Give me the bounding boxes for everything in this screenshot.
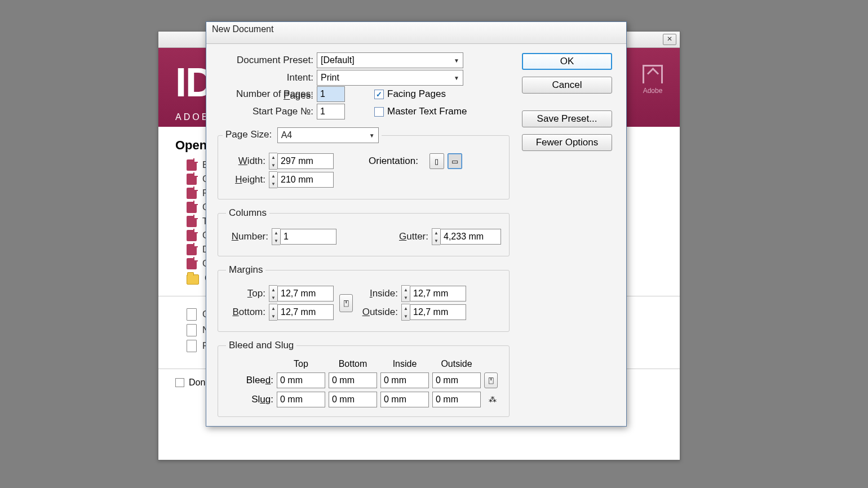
chevron-down-icon: ▼ [454,57,459,64]
width-input[interactable] [277,153,334,169]
preset-label: Document Preset: [218,55,313,66]
fewer-options-button[interactable]: Fewer Options [522,134,612,151]
orientation-portrait-button[interactable]: ▯ [429,153,444,169]
product-name: ADOB [175,112,210,122]
page-size-label: Page Size: [225,129,272,140]
facing-pages-label: Facing Pages [387,88,446,100]
dialog-title: New Document [206,22,626,44]
doc-icon [187,324,197,336]
adobe-logo: Adobe [643,65,663,95]
margin-bottom-input[interactable] [277,304,334,320]
slug-label: Slug: [226,394,273,405]
num-pages-label: Number of Pages: [218,88,313,100]
bleed-inside-input[interactable] [380,372,429,388]
ok-button[interactable]: OK [522,53,612,70]
margins-group: Margins Top: ▲▼ Bottom: ▲▼ ⍞ [218,264,510,332]
margins-legend: Margins [226,264,265,276]
col-number-spinner[interactable]: ▲▼ [272,228,336,245]
chevron-down-icon: ▼ [454,75,459,81]
hd-top: Top [277,359,325,369]
gutter-label: Gutter: [399,231,428,242]
col-number-input[interactable] [280,229,336,245]
margin-inside-spinner[interactable]: ▲▼ [401,285,466,302]
save-preset-button[interactable]: Save Preset... [522,110,612,127]
height-spinner[interactable]: ▲▼ [269,171,334,188]
chevron-down-icon: ▼ [369,132,375,139]
start-page-label: Start Page №: [218,106,313,117]
margin-top-label: Top: [226,288,265,299]
page-size-dropdown[interactable]: A4▼ [277,127,379,143]
indesign-file-icon [187,174,197,185]
gutter-input[interactable] [440,229,501,245]
new-document-dialog: New Document Document Preset: [Default]▼… [206,21,627,427]
indesign-file-icon [187,216,197,227]
indesign-file-icon [187,244,197,255]
cancel-button[interactable]: Cancel [522,77,612,94]
columns-legend: Columns [226,207,269,219]
indesign-file-icon [187,159,197,171]
margin-inside-input[interactable] [410,286,466,301]
facing-pages-checkbox[interactable]: ✓ [374,90,384,99]
indesign-file-icon [187,202,197,213]
bleed-outside-input[interactable] [432,372,481,388]
indesign-file-icon [187,188,197,199]
preset-dropdown[interactable]: [Default]▼ [317,52,463,68]
margin-top-spinner[interactable]: ▲▼ [269,285,334,302]
intent-dropdown[interactable]: Print▼ [317,70,463,86]
indesign-file-icon [187,230,197,241]
gutter-spinner[interactable]: ▲▼ [432,228,501,245]
num-pages-input[interactable] [317,86,345,102]
margin-inside-label: Inside: [358,288,398,299]
width-spinner[interactable]: ▲▼ [269,153,334,170]
close-icon[interactable]: ✕ [663,34,676,45]
height-label: Height: [226,174,265,185]
link-margins-button[interactable]: ⍞ [339,294,353,312]
margin-outside-input[interactable] [410,304,466,320]
bleed-slug-group: Bleed and Slug Top Bottom Inside Outside… [218,340,510,417]
margin-bottom-spinner[interactable]: ▲▼ [269,304,334,321]
slug-top-input[interactable] [277,392,325,407]
bleed-slug-legend: Bleed and Slug [226,340,296,351]
doc-icon [187,340,197,352]
bleed-label: Bleed: [226,375,273,386]
margin-bottom-label: Bottom: [226,307,265,318]
link-slug-icon[interactable]: ⁂ [484,395,501,404]
slug-inside-input[interactable] [380,392,429,407]
orientation-label: Orientation: [369,156,418,167]
slug-bottom-input[interactable] [329,392,377,407]
height-input[interactable] [277,172,334,188]
margin-top-input[interactable] [277,286,334,301]
hd-inside: Inside [380,359,429,369]
columns-group: Columns Number: ▲▼ Gutter: ▲▼ [218,207,510,256]
orientation-landscape-button[interactable]: ▭ [448,153,462,169]
folder-icon [187,274,199,285]
page-size-group: Page Size: A4▼ Width: ▲▼ Orientation: ▯ … [218,127,510,199]
master-text-label: Master Text Frame [387,106,467,117]
width-label: Width: [226,156,265,167]
hd-outside: Outside [432,359,481,369]
bleed-bottom-input[interactable] [329,372,377,388]
master-text-checkbox[interactable] [374,107,384,117]
intent-label: Intent: [218,72,313,83]
margin-outside-spinner[interactable]: ▲▼ [401,304,466,321]
margin-outside-label: Outside: [358,307,398,318]
col-number-label: Number: [226,231,268,242]
hd-bottom: Bottom [329,359,377,369]
link-bleed-button[interactable]: ⍞ [484,372,498,388]
slug-outside-input[interactable] [432,392,481,407]
start-page-input[interactable] [317,104,345,119]
indesign-file-icon [187,258,197,269]
doc-icon [187,308,197,321]
bleed-top-input[interactable] [277,372,325,388]
